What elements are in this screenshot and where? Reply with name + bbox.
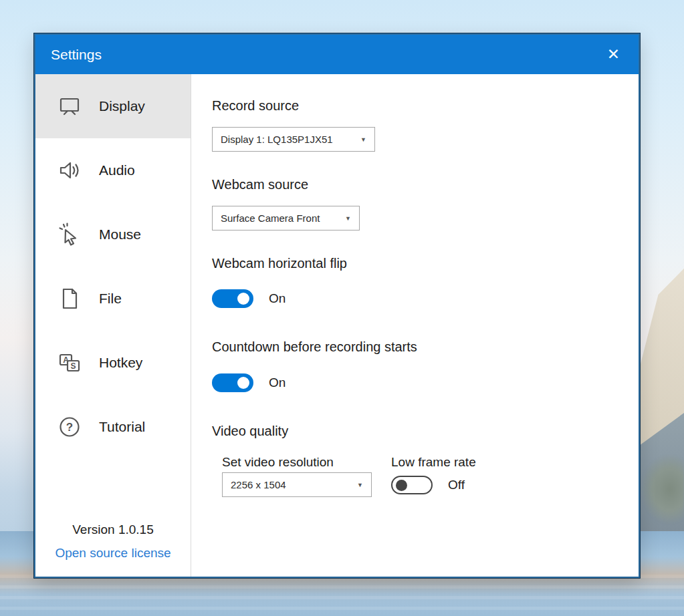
- video-quality-row: Set video resolution 2256 x 1504 ▼ Low f…: [222, 454, 625, 497]
- toggle-knob: [237, 293, 249, 305]
- wallpaper-sand-dune: [637, 257, 684, 444]
- webcam-flip-state-label: On: [269, 291, 286, 306]
- sidebar-item-tutorial[interactable]: ? Tutorial: [35, 395, 191, 459]
- low-frame-rate-toggle[interactable]: [391, 476, 433, 494]
- open-source-license-link[interactable]: Open source license: [35, 546, 191, 561]
- sidebar-item-display[interactable]: Display: [35, 74, 191, 138]
- webcam-source-dropdown[interactable]: Surface Camera Front ▼: [212, 206, 360, 230]
- monitor-icon: [56, 93, 83, 120]
- mouse-cursor-icon: [56, 221, 83, 248]
- sidebar-item-label: Mouse: [99, 226, 141, 243]
- low-frame-rate-label: Low frame rate: [391, 454, 476, 471]
- svg-text:S: S: [70, 361, 76, 371]
- resolution-label: Set video resolution: [222, 454, 372, 471]
- chevron-down-icon: ▼: [345, 215, 351, 222]
- toggle-knob: [396, 480, 407, 491]
- chevron-down-icon: ▼: [360, 136, 366, 143]
- sidebar-item-label: Tutorial: [99, 419, 145, 435]
- low-frame-rate-row: Off: [391, 476, 476, 494]
- close-icon[interactable]: ✕: [602, 44, 625, 65]
- record-source-heading: Record source: [212, 97, 625, 115]
- sidebar-item-file[interactable]: File: [35, 267, 191, 331]
- speaker-icon: [56, 157, 83, 184]
- svg-text:?: ?: [66, 421, 73, 434]
- record-source-dropdown[interactable]: Display 1: LQ135P1JX51 ▼: [212, 127, 375, 152]
- chevron-down-icon: ▼: [357, 482, 363, 488]
- resolution-column: Set video resolution 2256 x 1504 ▼: [222, 454, 372, 497]
- resolution-dropdown[interactable]: 2256 x 1504 ▼: [222, 472, 372, 497]
- low-frame-rate-column: Low frame rate Off: [391, 454, 476, 497]
- sidebar-item-audio[interactable]: Audio: [35, 138, 191, 202]
- record-source-value: Display 1: LQ135P1JX51: [221, 134, 354, 145]
- webcam-source-value: Surface Camera Front: [221, 212, 338, 224]
- wallpaper-bushes: [636, 454, 684, 524]
- video-quality-heading: Video quality: [212, 422, 625, 440]
- sidebar-item-hotkey[interactable]: A S Hotkey: [35, 331, 191, 395]
- toggle-knob: [237, 377, 249, 389]
- webcam-source-heading: Webcam source: [212, 176, 625, 194]
- settings-window: Settings ✕ Display: [34, 33, 640, 578]
- version-text: Version 1.0.15: [35, 522, 191, 537]
- sidebar-footer: Version 1.0.15 Open source license: [35, 522, 191, 577]
- webcam-flip-heading: Webcam horizontal flip: [212, 255, 625, 273]
- countdown-state-label: On: [269, 375, 286, 390]
- window-body: Display Audio: [35, 74, 639, 577]
- low-frame-rate-state-label: Off: [448, 478, 465, 492]
- hotkey-keys-icon: A S: [56, 349, 83, 376]
- countdown-row: On: [212, 373, 625, 392]
- sidebar-item-label: Audio: [99, 162, 135, 178]
- resolution-value: 2256 x 1504: [231, 479, 350, 490]
- countdown-toggle[interactable]: [212, 373, 253, 392]
- file-icon: [56, 285, 83, 312]
- webcam-flip-toggle[interactable]: [212, 289, 253, 308]
- countdown-heading: Countdown before recording starts: [212, 338, 625, 356]
- titlebar[interactable]: Settings ✕: [35, 35, 639, 74]
- help-circle-icon: ?: [56, 414, 83, 440]
- webcam-flip-row: On: [212, 289, 625, 308]
- sidebar: Display Audio: [35, 74, 191, 577]
- sidebar-item-label: Hotkey: [99, 355, 142, 371]
- wallpaper-water-ripples: [0, 575, 684, 616]
- sidebar-item-label: File: [99, 291, 122, 307]
- sidebar-item-mouse[interactable]: Mouse: [35, 202, 191, 267]
- settings-panel-display: Record source Display 1: LQ135P1JX51 ▼ W…: [191, 74, 639, 577]
- window-title: Settings: [51, 47, 602, 63]
- sidebar-item-label: Display: [99, 98, 145, 114]
